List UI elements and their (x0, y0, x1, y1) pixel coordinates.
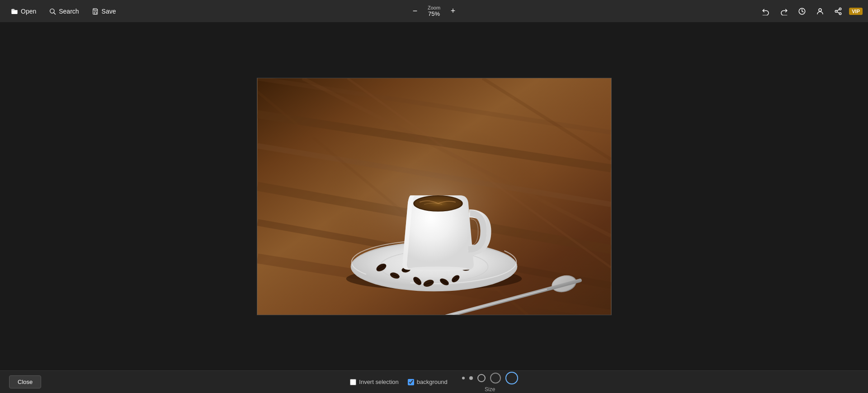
profile-icon (816, 7, 824, 15)
history-button[interactable] (795, 4, 809, 19)
zoom-display: Zoom 75% (425, 5, 443, 17)
undo-button[interactable] (759, 4, 773, 19)
size-dots (462, 372, 518, 384)
svg-rect-3 (94, 12, 96, 14)
invert-selection-checkbox[interactable] (350, 379, 356, 385)
size-dot-xl[interactable] (505, 372, 518, 384)
undo-icon (762, 7, 770, 15)
share-icon (834, 7, 842, 15)
size-label: Size (485, 386, 495, 393)
close-button[interactable]: Close (9, 375, 41, 388)
vip-badge[interactable]: VIP (849, 8, 863, 15)
checkbox-group: Invert selection background (350, 379, 447, 385)
coffee-scene-svg (257, 78, 611, 315)
svg-line-11 (837, 9, 840, 10)
svg-line-2 (54, 13, 56, 14)
redo-icon (780, 7, 788, 15)
size-selector: Size (462, 372, 518, 393)
redo-button[interactable] (777, 4, 791, 19)
open-button[interactable]: Open (5, 5, 42, 18)
search-label: Search (59, 8, 79, 15)
size-dot-xs[interactable] (462, 377, 465, 379)
zoom-title: Zoom (428, 5, 440, 10)
background-label[interactable]: background (408, 379, 448, 385)
profile-button[interactable] (813, 4, 827, 19)
open-icon (11, 8, 18, 15)
background-checkbox[interactable] (408, 379, 414, 385)
save-label: Save (102, 8, 116, 15)
zoom-increase-button[interactable]: + (447, 5, 459, 18)
search-button[interactable]: Search (43, 5, 84, 18)
svg-point-8 (835, 10, 838, 12)
zoom-decrease-button[interactable]: − (409, 5, 421, 18)
save-button[interactable]: Save (86, 5, 122, 18)
svg-point-49 (409, 266, 467, 271)
save-icon (92, 8, 99, 15)
right-icons: VIP (759, 4, 863, 19)
search-icon (49, 8, 56, 15)
size-dot-sm[interactable] (469, 376, 473, 380)
zoom-control: − Zoom 75% + (409, 5, 459, 18)
history-icon (798, 7, 806, 15)
image-container (257, 78, 612, 315)
coffee-image (257, 78, 611, 315)
svg-point-7 (840, 8, 842, 10)
toolbar: Open Search Save − Zoom 75% + (0, 0, 868, 22)
size-dot-lg[interactable] (490, 373, 501, 384)
svg-line-10 (837, 12, 840, 13)
zoom-value: 75% (425, 10, 443, 17)
svg-point-9 (840, 13, 842, 15)
invert-selection-label[interactable]: Invert selection (350, 379, 398, 385)
open-label: Open (21, 8, 36, 15)
svg-point-6 (819, 9, 821, 11)
share-button[interactable] (831, 4, 845, 19)
size-dot-md[interactable] (477, 374, 486, 382)
canvas-area (0, 22, 868, 370)
bottom-bar: Close Invert selection background Siz (0, 370, 868, 393)
bottom-controls: Invert selection background Size (350, 372, 518, 393)
